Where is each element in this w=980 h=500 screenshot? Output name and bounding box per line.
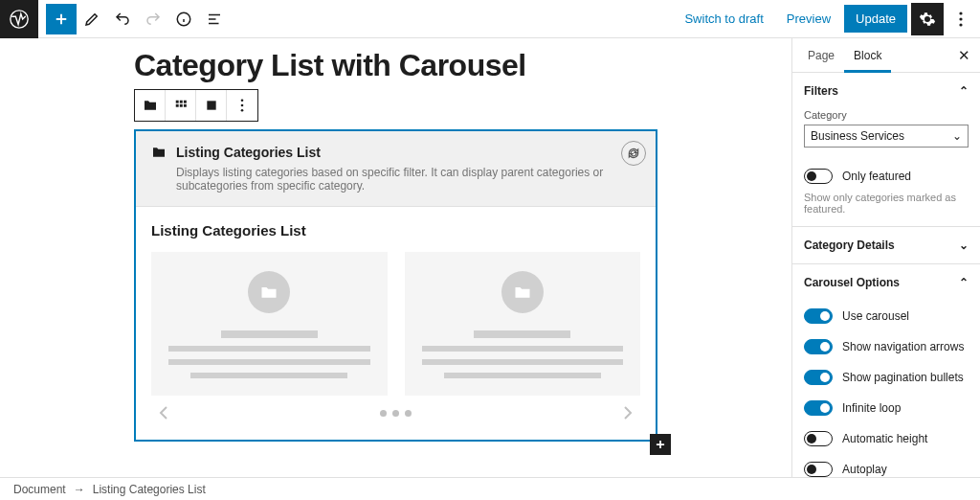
toggle-label: Infinite loop [842,401,901,415]
block-name: Listing Categories List [176,145,321,160]
carousel-prev-icon[interactable] [159,405,168,420]
block-preview: Listing Categories List [136,207,656,440]
block-description: Displays listing categories based on spe… [176,166,640,193]
editor-canvas: Category List with Carousel Listing Cate… [0,38,791,477]
info-icon[interactable] [168,4,199,34]
outline-icon[interactable] [199,4,230,34]
nav-arrows-toggle[interactable] [804,339,833,354]
block-type-icon[interactable] [135,90,166,121]
carousel-pagination[interactable] [380,410,412,417]
undo-icon[interactable] [107,4,138,34]
toggle-label: Show navigation arrows [842,340,964,353]
editor-toolbar: Switch to draft Preview Update [0,0,980,38]
panel-category-details: Category Details ⌄ [792,227,980,264]
tab-page[interactable]: Page [798,38,844,73]
preview-link[interactable]: Preview [777,6,840,32]
svg-rect-9 [179,104,182,107]
chevron-down-icon: ⌄ [952,129,962,143]
svg-point-12 [241,99,244,102]
use-carousel-toggle[interactable] [804,308,833,324]
svg-point-13 [241,104,244,107]
svg-rect-7 [183,101,186,103]
infinite-loop-toggle[interactable] [804,400,833,416]
svg-rect-8 [175,104,178,107]
only-featured-toggle[interactable] [804,169,833,184]
toggle-label: Use carousel [842,309,909,323]
wordpress-logo[interactable] [0,0,38,38]
block-more-icon[interactable] [227,90,257,121]
breadcrumb-leaf[interactable]: Listing Categories List [93,483,206,496]
toggle-label: Show pagination bullets [842,371,964,384]
toggle-label: Automatic height [842,432,927,445]
block-placeholder-header: Listing Categories List Displays listing… [136,131,656,207]
carousel-next-icon[interactable] [623,405,633,420]
auto-height-toggle[interactable] [804,431,833,446]
page-title[interactable]: Category List with Carousel [134,48,791,83]
close-sidebar-icon[interactable]: ✕ [954,47,974,64]
layout-grid-icon[interactable] [166,90,196,121]
toggle-label: Autoplay [842,463,887,476]
append-block-button[interactable] [650,434,671,455]
tab-block[interactable]: Block [844,38,891,73]
redo-icon[interactable] [138,4,168,34]
update-button[interactable]: Update [844,5,907,33]
block-toolbar [134,89,258,122]
breadcrumb: Document → Listing Categories List [0,477,980,500]
breadcrumb-root[interactable]: Document [13,483,66,496]
svg-rect-5 [175,101,178,103]
svg-rect-10 [183,104,186,107]
add-block-button[interactable] [46,4,77,34]
svg-point-14 [241,109,244,112]
only-featured-label: Only featured [842,170,911,183]
refresh-icon[interactable] [621,141,646,166]
pagination-toggle[interactable] [804,370,833,385]
panel-carousel-options: Carousel Options ⌃ Use carousel Show nav… [792,264,980,477]
chevron-up-icon: ⌃ [959,276,969,289]
folder-icon [151,145,167,160]
svg-point-4 [959,23,962,26]
layout-solid-icon[interactable] [196,90,227,121]
preview-card [151,252,388,396]
svg-point-2 [959,11,962,14]
preview-card [405,252,641,396]
panel-filters-head[interactable]: Filters ⌃ [792,73,980,109]
svg-rect-11 [207,101,215,109]
category-label: Category [804,109,969,121]
more-menu-icon[interactable] [947,11,974,27]
chevron-up-icon: ⌃ [959,84,969,98]
chevron-down-icon: ⌄ [959,239,969,252]
panel-category-details-head[interactable]: Category Details ⌄ [792,227,980,263]
panel-carousel-head[interactable]: Carousel Options ⌃ [792,264,980,301]
svg-point-3 [959,17,962,20]
only-featured-help: Show only categories marked as featured. [792,192,980,226]
svg-rect-6 [179,101,182,103]
category-select[interactable]: Business Services ⌄ [804,125,969,148]
switch-to-draft-link[interactable]: Switch to draft [675,6,772,32]
preview-title: Listing Categories List [151,222,640,239]
selected-block[interactable]: Listing Categories List Displays listing… [134,129,657,442]
edit-mode-icon[interactable] [77,4,107,34]
settings-sidebar: Page Block ✕ Filters ⌃ Category Business… [791,38,980,477]
autoplay-toggle[interactable] [804,462,833,477]
panel-filters: Filters ⌃ Category Business Services ⌄ O… [792,73,980,227]
breadcrumb-separator-icon: → [74,483,85,496]
settings-gear-button[interactable] [911,3,944,35]
